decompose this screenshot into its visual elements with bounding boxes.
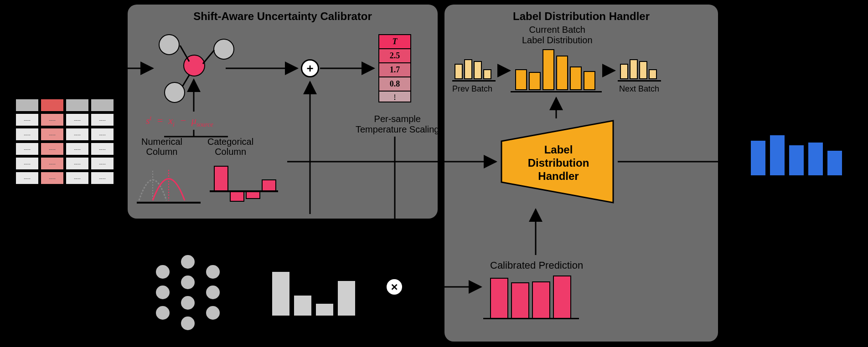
calibrated-label: Calibrated Prediction bbox=[490, 260, 583, 271]
handler-block-text: LabelDistributionHandler bbox=[501, 143, 615, 183]
svg-rect-3 bbox=[214, 166, 228, 191]
categorical-bars-icon bbox=[210, 162, 278, 209]
calibrated-bars bbox=[490, 276, 571, 319]
next-batch-bars bbox=[620, 59, 657, 79]
graph-node bbox=[159, 34, 180, 55]
calibrator-title: Shift-Aware Uncertainty Calibrator bbox=[193, 10, 372, 23]
prev-batch-label: Prev Batch bbox=[452, 84, 492, 94]
svg-rect-6 bbox=[262, 180, 276, 191]
graph-node bbox=[164, 82, 185, 103]
raw-output-bars bbox=[271, 271, 356, 316]
current-batch-label: Current BatchLabel Distribution bbox=[522, 25, 593, 46]
numerical-dist-icon bbox=[137, 162, 201, 207]
shift-formula: st = xi − μsource bbox=[146, 115, 213, 128]
temperature-table: T 2.5 1.7 0.8 ⋮ bbox=[378, 34, 411, 102]
input-table: ---------------- ---------------- ------… bbox=[15, 98, 115, 185]
svg-rect-5 bbox=[246, 191, 260, 199]
numerical-column-label: NumericalColumn bbox=[141, 137, 182, 157]
graph-node-center bbox=[183, 55, 205, 77]
svg-rect-4 bbox=[230, 191, 244, 201]
prev-batch-bars bbox=[455, 59, 491, 79]
plus-op-icon: + bbox=[301, 59, 319, 77]
categorical-column-label: CategoricalColumn bbox=[207, 137, 253, 157]
multiply-op-icon: × bbox=[385, 278, 403, 296]
next-batch-label: Next Batch bbox=[619, 84, 659, 94]
handler-title: Label Distribution Handler bbox=[513, 10, 650, 23]
current-batch-bars bbox=[515, 49, 595, 90]
temp-caption: Per-sampleTemperature Scaling bbox=[356, 114, 439, 135]
graph-node bbox=[213, 39, 234, 60]
output-bars bbox=[750, 134, 843, 176]
